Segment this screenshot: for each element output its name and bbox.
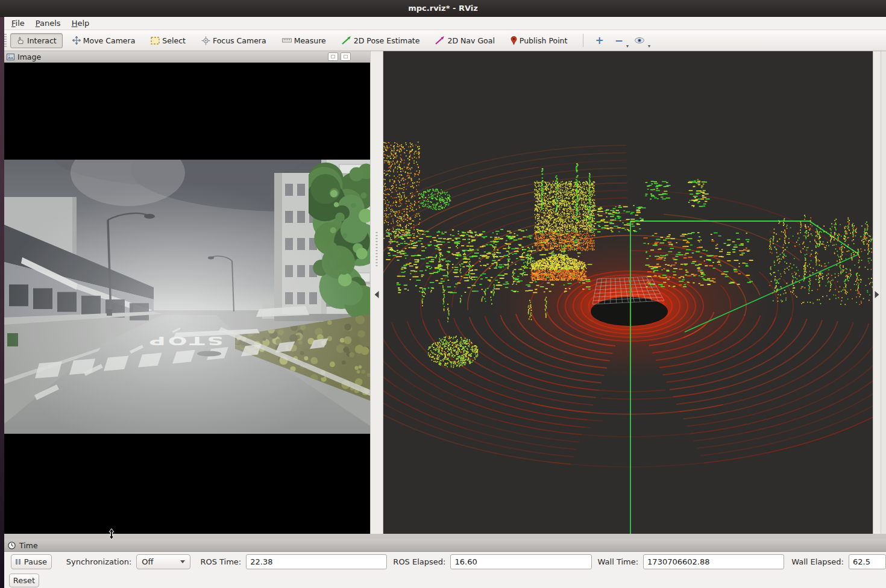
minus-icon: −	[615, 34, 623, 46]
menu-bar: File Panels Help	[0, 17, 886, 30]
wall-time-label: Wall Time:	[598, 557, 639, 566]
menu-panels[interactable]: Panels	[30, 17, 66, 29]
panel-splitter-right[interactable]	[873, 51, 881, 534]
visibility-button[interactable]: ▾	[629, 33, 650, 48]
focus-crosshair-icon	[201, 36, 210, 45]
window-title: mpc.rviz* - RViz	[408, 4, 478, 13]
wall-time-input[interactable]	[643, 554, 784, 569]
time-panel-header[interactable]: Time	[4, 539, 886, 552]
image-panel-icon	[7, 54, 14, 60]
bottom-divider	[4, 534, 886, 539]
move-camera-tool-button[interactable]: Move Camera	[66, 33, 142, 48]
synchronization-label: Synchronization:	[66, 557, 132, 566]
splitter-grip	[376, 232, 378, 268]
pose-estimate-tool-button[interactable]: 2D Pose Estimate	[336, 33, 426, 48]
image-panel-header[interactable]: Image	[4, 51, 370, 63]
menu-help[interactable]: Help	[66, 17, 95, 29]
panel-splitter-left[interactable]	[370, 51, 383, 534]
ros-time-input[interactable]	[246, 554, 387, 569]
eye-icon	[634, 37, 645, 44]
lidar-3d-viewport[interactable]	[383, 51, 873, 534]
selection-box-icon	[151, 37, 160, 45]
resize-cursor	[108, 528, 115, 542]
focus-camera-tool-button[interactable]: Focus Camera	[195, 33, 272, 48]
collapse-right-icon	[875, 291, 879, 298]
image-panel-title: Image	[17, 52, 41, 61]
zoom-out-button[interactable]: − ▾	[609, 33, 629, 48]
select-tool-button[interactable]: Select	[145, 33, 192, 48]
publish-point-tool-button[interactable]: Publish Point	[504, 33, 574, 48]
measure-tool-button[interactable]: Measure	[276, 33, 332, 48]
green-arrow-icon	[342, 36, 351, 45]
menu-file[interactable]: File	[6, 17, 30, 29]
time-panel-title: Time	[19, 541, 38, 550]
right-margin	[881, 51, 886, 534]
dropdown-arrow-icon	[180, 560, 185, 563]
toolbar-separator	[583, 34, 583, 47]
clock-icon	[8, 542, 16, 549]
reset-button[interactable]: Reset	[9, 574, 39, 587]
collapse-left-icon	[375, 291, 379, 298]
ros-elapsed-input[interactable]	[450, 554, 591, 569]
wall-elapsed-input[interactable]	[849, 554, 886, 569]
ros-time-label: ROS Time:	[200, 557, 241, 566]
move-arrows-icon	[72, 36, 81, 45]
image-panel: Image	[4, 51, 370, 534]
ruler-icon	[282, 37, 292, 43]
reset-row: Reset	[4, 572, 886, 588]
magenta-arrow-icon	[435, 36, 445, 45]
camera-image-view: STOP	[4, 63, 370, 534]
camera-street-scene: STOP	[4, 160, 370, 434]
float-icon	[331, 55, 335, 58]
synchronization-value: Off	[142, 557, 153, 566]
window-left-border	[0, 17, 4, 588]
panel-close-button[interactable]	[341, 52, 351, 61]
rviz-window: mpc.rviz* - RViz File Panels Help Intera…	[0, 0, 886, 588]
pause-icon	[16, 559, 20, 565]
nav-goal-tool-button[interactable]: 2D Nav Goal	[429, 33, 500, 48]
map-pin-icon	[511, 36, 517, 45]
pause-button[interactable]: Pause	[11, 554, 52, 569]
synchronization-select[interactable]: Off	[136, 554, 190, 569]
panel-float-button[interactable]	[328, 52, 338, 61]
zoom-in-button[interactable]: +	[589, 33, 609, 48]
hand-icon	[16, 36, 25, 45]
close-icon	[344, 55, 348, 58]
plus-icon: +	[595, 34, 603, 46]
wall-elapsed-label: Wall Elapsed:	[791, 557, 844, 566]
ros-elapsed-label: ROS Elapsed:	[393, 557, 445, 566]
window-title-bar[interactable]: mpc.rviz* - RViz	[0, 0, 886, 17]
toolbar: Interact Move Camera Select Focus Camera	[0, 30, 886, 51]
time-controls-row: Pause Synchronization: Off ROS Time: ROS…	[4, 552, 886, 572]
interact-tool-button[interactable]: Interact	[10, 33, 63, 48]
chevron-down-icon: ▾	[648, 43, 650, 49]
